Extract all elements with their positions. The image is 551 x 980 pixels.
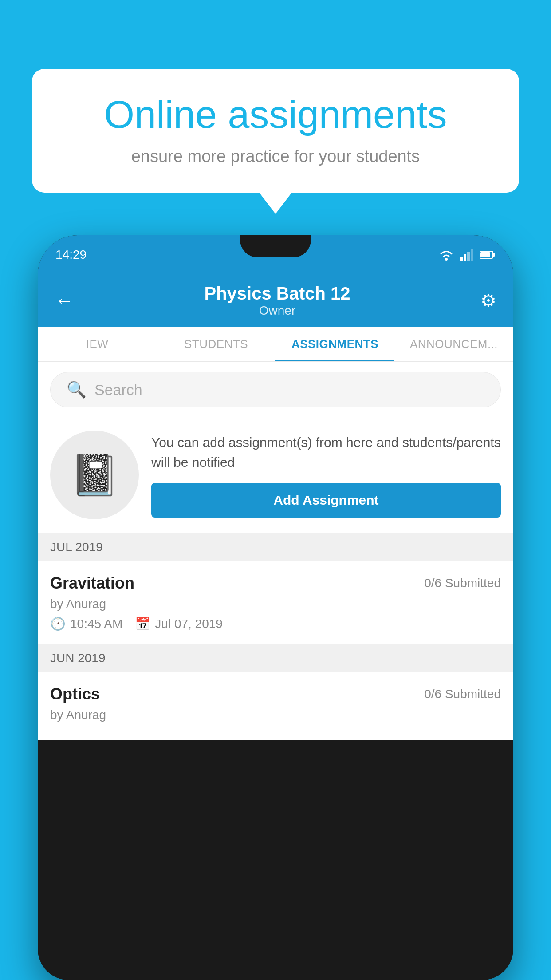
tabs-bar: IEW STUDENTS ASSIGNMENTS ANNOUNCEM... xyxy=(38,327,513,362)
assignment-submitted-gravitation: 0/6 Submitted xyxy=(424,576,501,590)
speech-bubble: Online assignments ensure more practice … xyxy=(32,69,519,193)
phone-container: 14:29 xyxy=(38,235,513,980)
assignment-item-gravitation[interactable]: Gravitation 0/6 Submitted by Anurag 🕐 10… xyxy=(38,561,513,644)
promo-section: 📓 You can add assignment(s) from here an… xyxy=(38,417,513,533)
section-header-jul: JUL 2019 xyxy=(38,533,513,561)
speech-bubble-subtitle: ensure more practice for your students xyxy=(63,147,488,166)
promo-text: You can add assignment(s) from here and … xyxy=(151,432,501,472)
meta-date-gravitation: 📅 Jul 07, 2019 xyxy=(135,616,223,631)
search-placeholder: Search xyxy=(94,381,142,399)
assignment-date-gravitation: Jul 07, 2019 xyxy=(155,617,223,631)
app-header: ← Physics Batch 12 Owner ⚙ xyxy=(38,274,513,327)
svg-rect-6 xyxy=(493,253,495,257)
notch xyxy=(240,235,311,257)
tab-students[interactable]: STUDENTS xyxy=(157,327,276,361)
status-time: 14:29 xyxy=(55,248,87,262)
signal-icon xyxy=(460,249,473,261)
assignment-title-gravitation: Gravitation xyxy=(50,574,134,593)
assignment-meta-gravitation: 🕐 10:45 AM 📅 Jul 07, 2019 xyxy=(50,616,501,631)
speech-bubble-container: Online assignments ensure more practice … xyxy=(32,69,519,193)
svg-rect-2 xyxy=(464,254,466,261)
promo-right: You can add assignment(s) from here and … xyxy=(151,432,501,518)
assignment-item-top: Gravitation 0/6 Submitted xyxy=(50,574,501,593)
add-assignment-button[interactable]: Add Assignment xyxy=(151,483,501,518)
promo-icon-circle: 📓 xyxy=(50,431,139,519)
svg-rect-3 xyxy=(467,252,470,261)
header-subtitle: Owner xyxy=(74,304,480,318)
wifi-icon xyxy=(439,249,454,261)
assignment-item-top-optics: Optics 0/6 Submitted xyxy=(50,685,501,703)
tab-iew[interactable]: IEW xyxy=(38,327,157,361)
assignment-author-optics: by Anurag xyxy=(50,708,501,722)
meta-time-gravitation: 🕐 10:45 AM xyxy=(50,616,122,631)
speech-bubble-title: Online assignments xyxy=(63,93,488,136)
assignment-item-optics[interactable]: Optics 0/6 Submitted by Anurag xyxy=(38,672,513,740)
svg-rect-1 xyxy=(460,257,463,261)
header-title-group: Physics Batch 12 Owner xyxy=(74,284,480,318)
tab-announcements[interactable]: ANNOUNCEM... xyxy=(394,327,513,361)
assignment-time-gravitation: 10:45 AM xyxy=(70,617,122,631)
search-bar-container: 🔍 Search xyxy=(38,362,513,417)
clock-icon: 🕐 xyxy=(50,616,66,631)
search-icon: 🔍 xyxy=(67,380,87,399)
assignment-title-optics: Optics xyxy=(50,685,100,703)
phone-screen: 🔍 Search 📓 You can add assignment(s) fro… xyxy=(38,362,513,740)
status-bar: 14:29 xyxy=(38,235,513,274)
back-button[interactable]: ← xyxy=(55,289,74,312)
assignment-author-gravitation: by Anurag xyxy=(50,597,501,611)
search-bar[interactable]: 🔍 Search xyxy=(50,372,501,407)
calendar-icon: 📅 xyxy=(135,616,150,631)
notebook-icon: 📓 xyxy=(70,452,119,498)
header-title: Physics Batch 12 xyxy=(74,284,480,304)
assignment-submitted-optics: 0/6 Submitted xyxy=(424,687,501,701)
tab-assignments[interactable]: ASSIGNMENTS xyxy=(276,327,394,361)
settings-button[interactable]: ⚙ xyxy=(480,290,496,311)
svg-rect-4 xyxy=(471,249,473,261)
status-icons xyxy=(439,249,496,261)
svg-point-0 xyxy=(445,258,448,261)
svg-rect-7 xyxy=(480,252,490,257)
phone-frame: 14:29 xyxy=(38,235,513,980)
battery-icon xyxy=(480,250,496,260)
section-header-jun: JUN 2019 xyxy=(38,644,513,672)
